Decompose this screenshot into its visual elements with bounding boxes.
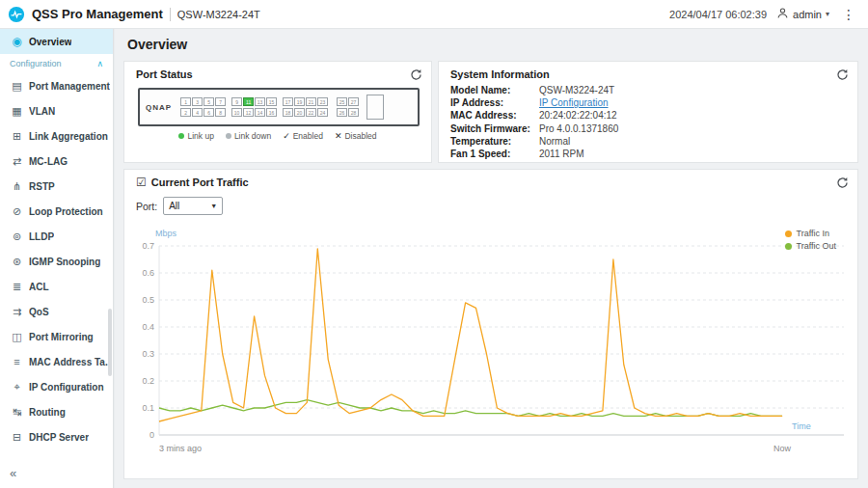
legend-dot (785, 230, 792, 237)
enabled-marker: ✓ (283, 132, 290, 141)
sidebar-item-label: DHCP Server (29, 432, 89, 443)
legend-link-down: Link down (226, 131, 271, 141)
sidebar-item-acl[interactable]: ≣ACL (0, 274, 113, 299)
sidebar-item-label: Loop Protection (29, 206, 103, 217)
system-information-rows: Model Name:QSW-M3224-24TIP Address:IP Co… (439, 84, 857, 163)
link-aggregation-icon: ⊞ (10, 130, 24, 143)
port-27: 27 (348, 97, 359, 106)
switch-front-panel: QNAP 13579111315171921232527 24681012141… (138, 88, 420, 126)
sysinfo-row: Switch Firmware:Pro 4.0.0.1371860 (439, 122, 857, 135)
qos-icon: ⇉ (10, 306, 24, 318)
refresh-icon[interactable] (836, 176, 849, 189)
sidebar-item-mc-lag[interactable]: ⇄MC-LAG (0, 149, 113, 174)
port-7: 7 (215, 97, 226, 106)
sidebar-item-label: Overview (29, 37, 71, 47)
port-24: 24 (317, 108, 328, 117)
port-28: 28 (348, 108, 359, 117)
lldp-icon: ⊚ (10, 230, 24, 243)
port-21: 21 (306, 97, 316, 106)
legend-label: Disabled (344, 131, 376, 141)
sidebar-item-port-management[interactable]: ▤Port Management (0, 73, 113, 98)
sidebar-item-label: IGMP Snooping (29, 257, 100, 267)
sidebar-item-loop-protection[interactable]: ⊘Loop Protection (0, 199, 113, 224)
port-11: 11 (243, 97, 254, 106)
traffic-panel: ☑ Current Port Traffic Port: All ▼ Mbps … (123, 169, 858, 479)
collapse-sidebar-button[interactable]: « (10, 466, 16, 480)
y-tick-label: 0 (149, 430, 154, 440)
sidebar: ◉ Overview Configuration ∧ ▤Port Managem… (0, 29, 114, 488)
port-26: 26 (337, 108, 347, 117)
more-menu-button[interactable]: ⋮ (839, 7, 858, 22)
chevron-up-icon: ∧ (96, 59, 103, 68)
sidebar-item-port-mirroring[interactable]: ◫Port Mirroring (0, 324, 113, 349)
sidebar-item-label: Routing (29, 407, 66, 418)
ip-configuration-icon: ⌖ (10, 381, 24, 393)
sidebar-item-label: ACL (29, 282, 49, 292)
port-10: 10 (231, 108, 242, 117)
sidebar-item-rstp[interactable]: ⋔RSTP (0, 174, 113, 199)
sysinfo-label: Model Name: (450, 84, 539, 96)
main-content: Overview Port Status QNAP 13579111315171… (115, 29, 868, 488)
sidebar-item-qos[interactable]: ⇉QoS (0, 299, 113, 324)
sidebar-item-vlan[interactable]: ▦VLAN (0, 98, 113, 123)
sysinfo-row: Fan 2 Speed:2011 RPM (439, 160, 857, 163)
port-status-panel: Port Status QNAP 13579111315171921232527… (123, 61, 432, 163)
port-19: 19 (294, 97, 305, 106)
sidebar-scrollbar[interactable] (108, 309, 112, 376)
refresh-icon[interactable] (410, 68, 422, 81)
x-axis-name: Time (792, 421, 811, 431)
sidebar-item-dhcp-server[interactable]: ⊟DHCP Server (0, 424, 113, 449)
sidebar-item-link-aggregation[interactable]: ⊞Link Aggregation (0, 123, 113, 149)
legend-dot (785, 243, 792, 250)
y-tick-label: 0.4 (142, 322, 154, 332)
ip-configuration-link[interactable]: IP Configuration (539, 96, 609, 109)
sysinfo-row: IP Address:IP Configuration (439, 96, 857, 109)
sidebar-section-configuration[interactable]: Configuration ∧ (0, 54, 113, 73)
igmp-snooping-icon: ⊛ (10, 256, 24, 268)
sysinfo-row: Model Name:QSW-M3224-24T (439, 84, 857, 96)
sidebar-item-igmp-snooping[interactable]: ⊛IGMP Snooping (0, 249, 113, 274)
port-14: 14 (255, 108, 265, 117)
port-select[interactable]: All ▼ (163, 197, 223, 215)
checkbox-icon[interactable]: ☑ (136, 176, 147, 188)
port-8: 8 (215, 108, 226, 117)
port-25: 25 (337, 97, 347, 106)
port-status-title: Port Status (136, 68, 193, 80)
y-tick-label: 0.2 (142, 376, 154, 386)
user-menu[interactable]: admin ▾ (776, 7, 829, 21)
port-13: 13 (255, 97, 265, 106)
sysinfo-value: QSW-M3224-24T (539, 84, 614, 96)
sidebar-item-label: Link Aggregation (29, 131, 108, 142)
sysinfo-value: 2011 RPM (539, 160, 584, 163)
refresh-icon[interactable] (836, 68, 849, 81)
datetime: 2024/04/17 06:02:39 (669, 9, 767, 20)
port-2: 2 (180, 108, 191, 117)
port-6: 6 (203, 108, 214, 117)
chart-legend: Traffic InTraffic Out (785, 229, 836, 251)
chart-legend-traffic-out: Traffic Out (785, 241, 836, 251)
sidebar-item-ip-configuration[interactable]: ⌖IP Configuration (0, 374, 113, 399)
sidebar-item-label: QoS (29, 307, 49, 317)
mac-address-ta-icon: ≡ (10, 356, 24, 367)
sysinfo-row: MAC Address:20:24:02:22:04:12 (439, 109, 857, 122)
traffic-title: Current Port Traffic (151, 176, 249, 188)
port-15: 15 (266, 97, 277, 106)
sysinfo-label: Temperature: (450, 135, 539, 148)
series-traffic-out (159, 400, 782, 417)
traffic-chart: Mbps Traffic InTraffic Out 00.10.20.30.4… (132, 230, 850, 468)
sidebar-item-routing[interactable]: ↹Routing (0, 399, 113, 424)
switch-module-slot (366, 95, 384, 120)
sidebar-item-lldp[interactable]: ⊚LLDP (0, 224, 113, 249)
mc-lag-icon: ⇄ (10, 155, 24, 168)
link-down-marker (226, 133, 231, 139)
section-label: Configuration (10, 59, 62, 68)
y-tick-label: 0.6 (142, 268, 154, 278)
switch-ports: 13579111315171921232527 2468101214161820… (180, 97, 360, 117)
app-title: QSS Pro Management (32, 7, 163, 21)
sidebar-item-label: VLAN (29, 106, 55, 117)
sidebar-item-label: Port Management (29, 81, 110, 92)
port-16: 16 (266, 108, 277, 117)
y-tick-label: 0.5 (142, 295, 154, 305)
sidebar-item-mac-address-ta[interactable]: ≡MAC Address Ta... (0, 349, 113, 374)
sidebar-item-overview[interactable]: ◉ Overview (0, 29, 113, 54)
